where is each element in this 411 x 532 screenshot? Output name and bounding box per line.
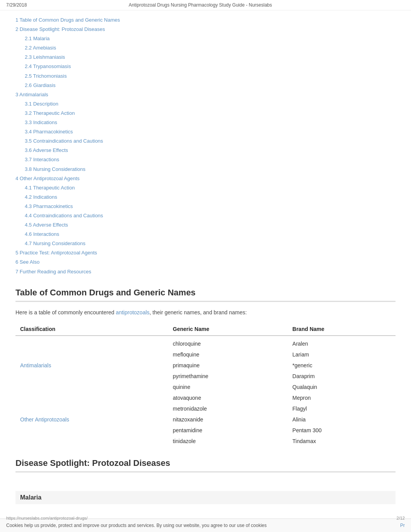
toc-link[interactable]: 4.2 Indications <box>25 194 57 200</box>
brand-name-cell: Qualaquin <box>288 382 396 392</box>
generic-name-cell: nitazoxanide <box>168 414 288 425</box>
toc-item: 3.4 Pharmacokinetics <box>25 128 396 136</box>
toc-item: 2.2 Amebiasis <box>25 44 396 52</box>
toc-link[interactable]: 3.1 Description <box>25 101 58 107</box>
table-row: Other AntiprotozoalsnitazoxanideAlinia <box>15 414 396 425</box>
toc-link[interactable]: 2 Disease Spotlight: Protozoal Diseases <box>15 26 105 32</box>
drug-table: Classification Generic Name Brand Name c… <box>15 323 396 447</box>
toc-link[interactable]: 2.5 Trichomoniasis <box>25 73 67 79</box>
toc-link[interactable]: 3.3 Indications <box>25 119 57 125</box>
toc-link[interactable]: 2.3 Leishmaniasis <box>25 54 65 60</box>
intro-text-before: Here is a table of commonly encountered <box>15 309 116 315</box>
cookie-link[interactable]: Pr <box>400 523 405 528</box>
col-brand: Brand Name <box>288 323 396 336</box>
intro-paragraph: Here is a table of commonly encountered … <box>15 308 396 317</box>
toc-link[interactable]: 3 Antimalarials <box>15 92 48 97</box>
classification-cell <box>15 403 168 414</box>
date: 7/29/2018 <box>6 2 27 8</box>
intro-text-after: , their generic names, and brand names: <box>149 309 247 315</box>
brand-name-cell: Alinia <box>288 414 396 425</box>
table-row: pentamidinePentam 300 <box>15 425 396 436</box>
section1-heading: Table of Common Drugs and Generic Names <box>15 288 396 302</box>
generic-name-cell: pentamidine <box>168 425 288 436</box>
toc-item: 2.4 Trypanosomiasis <box>25 62 396 71</box>
col-classification: Classification <box>15 323 168 336</box>
toc-link[interactable]: 4 Other Antiprotozoal Agents <box>15 176 80 181</box>
toc-link[interactable]: 5 Practice Test: Antiprotozoal Agents <box>15 250 97 256</box>
col-generic: Generic Name <box>168 323 288 336</box>
table-row: mefloquineLariam <box>15 349 396 360</box>
toc-link[interactable]: 2.4 Trypanosomiasis <box>25 63 71 69</box>
toc-link[interactable]: 4.7 Nursing Considerations <box>25 240 86 246</box>
classification-link[interactable]: Antimalarials <box>20 362 51 368</box>
toc-link[interactable]: 3.5 Contraindications and Cautions <box>25 138 103 144</box>
toc-item: 7 Further Reading and Resources <box>15 268 396 276</box>
table-row: chloroquineAralen <box>15 336 396 349</box>
page-title: Antiprotozoal Drugs Nursing Pharmacology… <box>27 2 374 8</box>
footer-page: 2/12 <box>397 516 405 520</box>
table-row: tinidazoleTindamax <box>15 436 396 447</box>
toc-link[interactable]: 2.6 Giardiasis <box>25 82 55 88</box>
classification-cell <box>15 392 168 403</box>
drug-table-body: chloroquineAralenmefloquineLariamAntimal… <box>15 336 396 447</box>
toc-item: 2.3 Leishmaniasis <box>25 53 396 61</box>
generic-name-cell: primaquine <box>168 360 288 371</box>
toc-link[interactable]: 3.2 Therapeutic Action <box>25 110 75 116</box>
generic-name-cell: mefloquine <box>168 349 288 360</box>
toc-link[interactable]: 3.4 Pharmacokinetics <box>25 129 73 135</box>
toc-link[interactable]: 1 Table of Common Drugs and Generic Name… <box>15 17 120 23</box>
main-content: 1 Table of Common Drugs and Generic Name… <box>0 10 411 532</box>
brand-name-cell: Pentam 300 <box>288 425 396 436</box>
bottom-bar: https://nurseslabs.com/antiprotozoal-dru… <box>0 515 411 521</box>
toc-item: 3.2 Therapeutic Action <box>25 109 396 118</box>
classification-link[interactable]: Other Antiprotozoals <box>20 416 69 423</box>
brand-name-cell: Flagyl <box>288 403 396 414</box>
toc-link[interactable]: 2.2 Amebiasis <box>25 45 56 51</box>
toc-link[interactable]: 2.1 Malaria <box>25 36 50 41</box>
toc-link[interactable]: 4.4 Contraindications and Cautions <box>25 213 103 218</box>
toc-link[interactable]: 3.6 Adverse Effects <box>25 147 68 153</box>
classification-cell: Antimalarials <box>15 360 168 371</box>
toc-item: 2.6 Giardiasis <box>25 81 396 90</box>
toc-link[interactable]: 3.8 Nursing Considerations <box>25 166 86 172</box>
toc-link[interactable]: 4.5 Adverse Effects <box>25 222 68 228</box>
classification-cell <box>15 371 168 382</box>
generic-name-cell: atovaquone <box>168 392 288 403</box>
toc-link[interactable]: 4.3 Pharmacokinetics <box>25 203 73 209</box>
classification-cell <box>15 382 168 392</box>
generic-name-cell: pyrimethamine <box>168 371 288 382</box>
toc-link[interactable]: 4.6 Interactions <box>25 231 59 237</box>
cookie-text: Cookies help us provide, protect and imp… <box>6 523 267 528</box>
toc-item: 5 Practice Test: Antiprotozoal Agents <box>15 249 396 257</box>
brand-name-cell: Lariam <box>288 349 396 360</box>
toc-item: 3.1 Description <box>25 100 396 108</box>
toc-item: 3.6 Adverse Effects <box>25 146 396 155</box>
table-row: pyrimethamineDaraprim <box>15 371 396 382</box>
brand-name-cell: Daraprim <box>288 371 396 382</box>
brand-name-cell: Aralen <box>288 336 396 349</box>
toc-item: 2 Disease Spotlight: Protozoal Diseases <box>15 25 396 34</box>
classification-cell: Other Antiprotozoals <box>15 414 168 425</box>
toc-item: 3.3 Indications <box>25 118 396 127</box>
table-row: atovaquoneMepron <box>15 392 396 403</box>
table-of-contents: 1 Table of Common Drugs and Generic Name… <box>15 16 396 276</box>
toc-link[interactable]: 4.1 Therapeutic Action <box>25 185 75 191</box>
toc-item: 2.5 Trichomoniasis <box>25 72 396 80</box>
toc-item: 4.2 Indications <box>25 193 396 201</box>
toc-item: 4.4 Contraindications and Cautions <box>25 211 396 220</box>
toc-link[interactable]: 6 See Also <box>15 259 39 265</box>
footer-url: https://nurseslabs.com/antiprotozoal-dru… <box>6 516 87 520</box>
toc-item: 4.3 Pharmacokinetics <box>25 202 396 211</box>
generic-name-cell: metronidazole <box>168 403 288 414</box>
classification-cell <box>15 336 168 349</box>
toc-link[interactable]: 7 Further Reading and Resources <box>15 269 91 275</box>
top-bar: 7/29/2018 Antiprotozoal Drugs Nursing Ph… <box>0 0 411 10</box>
toc-link[interactable]: 3.7 Interactions <box>25 157 59 162</box>
table-row: metronidazoleFlagyl <box>15 403 396 414</box>
table-header-row: Classification Generic Name Brand Name <box>15 323 396 336</box>
generic-name-cell: tinidazole <box>168 436 288 447</box>
toc-item: 1 Table of Common Drugs and Generic Name… <box>15 16 396 24</box>
table-row: quinineQualaquin <box>15 382 396 392</box>
generic-name-cell: quinine <box>168 382 288 392</box>
antiprotozoals-link[interactable]: antiprotozoals <box>116 309 149 315</box>
